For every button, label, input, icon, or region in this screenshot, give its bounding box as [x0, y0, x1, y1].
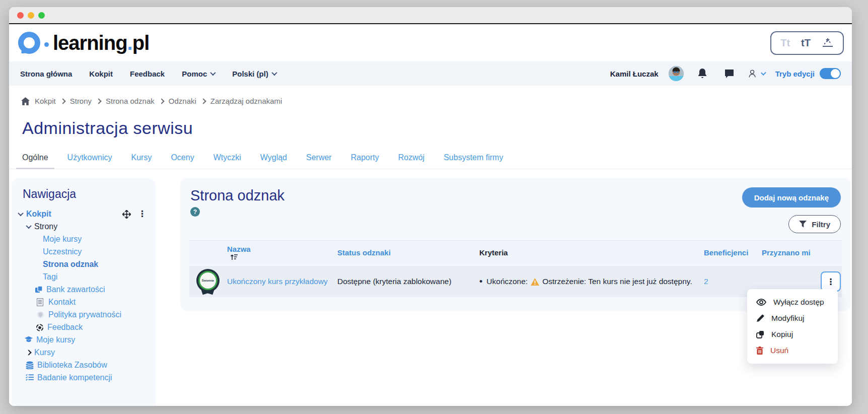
add-badge-button[interactable]: Dodaj nową odznakę [742, 187, 841, 208]
nav-language-dropdown[interactable]: Polski (pl) [232, 70, 276, 78]
maximize-window-button[interactable] [38, 12, 45, 19]
navigation-block: Nawigacja Kokpit ⋮ Strony Moje k [12, 178, 156, 406]
menu-item-copy[interactable]: Kopiuj [747, 326, 838, 342]
copy-icon [756, 330, 764, 338]
breadcrumb: Kokpit Strony Strona odznak Odznaki Zarz… [21, 97, 852, 105]
row-actions-kebab-button[interactable]: ⋮ [821, 271, 841, 292]
avatar[interactable] [669, 66, 684, 81]
admin-tabbar: Ogólne Użytkownicy Kursy Oceny Wtyczki W… [9, 153, 852, 169]
sidebar-item-strony[interactable]: Strony [34, 222, 57, 231]
nav-help-dropdown[interactable]: Pomoc [182, 70, 215, 78]
warning-icon [531, 278, 539, 286]
badge-name-link[interactable]: Ukończony kurs przykładowy [227, 277, 337, 286]
graduation-cap-icon [25, 336, 33, 344]
contrast-icon[interactable] [822, 37, 834, 48]
document-icon [37, 298, 45, 306]
edit-mode-toggle[interactable] [820, 68, 841, 79]
logo-dot-icon [44, 42, 49, 47]
menu-item-disable-access[interactable]: Wyłącz dostęp [747, 294, 838, 310]
menu-item-delete[interactable]: Usuń [747, 342, 838, 359]
menu-item-edit[interactable]: Modyfikuj [747, 310, 838, 326]
checklist-icon [26, 374, 34, 382]
sort-asc-icon[interactable] [230, 253, 238, 260]
sidebar-item-badanie-kompetencji[interactable]: Badanie kompetencji [37, 373, 112, 382]
column-header-nazwa[interactable]: Nazwa [227, 245, 251, 253]
sidebar-item-strona-odznak[interactable]: Strona odznak [43, 260, 98, 269]
logo-e-icon [18, 32, 40, 54]
trash-icon [756, 347, 763, 355]
column-header-kryteria: Kryteria [479, 248, 704, 257]
home-icon [21, 97, 30, 105]
tab-raporty[interactable]: Raporty [351, 153, 379, 169]
messages-chat-icon[interactable] [721, 66, 738, 81]
tab-kursy[interactable]: Kursy [131, 153, 152, 169]
tab-rozwoj[interactable]: Rozwój [398, 153, 424, 169]
block-actions-kebab-icon[interactable]: ⋮ [138, 211, 147, 218]
filters-button[interactable]: Filtry [788, 215, 841, 233]
sidebar-item-moje-kursy-root[interactable]: Moje kursy [36, 335, 75, 344]
table-header-row: Nazwa Status odznaki Kryteria Beneficjen… [189, 240, 842, 264]
page-title: Administracja serwisu [22, 118, 852, 138]
content-bank-icon [35, 286, 43, 294]
sidebar-item-kokpit[interactable]: Kokpit [26, 210, 51, 219]
close-window-button[interactable] [17, 12, 24, 19]
table-row: Świetnie Ukończony kurs przykładowy Dost… [189, 266, 842, 297]
sidebar-item-bank-zawartosci[interactable]: Bank zawartości [46, 285, 105, 294]
breadcrumb-strona-odznak[interactable]: Strona odznak [106, 97, 155, 105]
row-actions-menu: Wyłącz dostęp Modyfikuj Kopiuj Usuń [747, 289, 838, 364]
recipients-count[interactable]: 2 [704, 277, 762, 286]
tab-wyglad[interactable]: Wygląd [260, 153, 287, 169]
help-icon[interactable]: ? [190, 207, 200, 217]
move-block-icon[interactable] [122, 210, 131, 219]
feedback-360-icon [36, 323, 44, 331]
window-titlebar [9, 7, 852, 23]
nav-feedback[interactable]: Feedback [130, 70, 165, 78]
sidebar-item-kursy[interactable]: Kursy [34, 348, 55, 357]
tab-oceny[interactable]: Oceny [171, 153, 194, 169]
column-header-status[interactable]: Status odznaki [337, 248, 479, 257]
user-name[interactable]: Kamil Łuczak [610, 70, 659, 78]
chevron-right-icon [96, 98, 101, 104]
content-area: Nawigacja Kokpit ⋮ Strony Moje k [9, 169, 852, 406]
pencil-icon [756, 314, 764, 322]
collapse-toggle-icon[interactable] [18, 211, 23, 216]
sidebar-item-tagi[interactable]: Tagi [43, 272, 57, 282]
expand-toggle-icon[interactable] [26, 350, 31, 355]
breadcrumb-odznaki[interactable]: Odznaki [169, 97, 196, 105]
font-increase-icon[interactable]: tT [801, 37, 811, 49]
collapse-toggle-icon[interactable] [26, 223, 31, 229]
notifications-bell-icon[interactable] [694, 66, 711, 81]
badges-table: Nazwa Status odznaki Kryteria Beneficjen… [189, 240, 842, 297]
sidebar-item-kontakt[interactable]: Kontakt [48, 298, 76, 307]
panel-title: Strona odznak [190, 187, 284, 204]
navigation-title: Nawigacja [23, 187, 149, 201]
sidebar-item-biblioteka-zasobow[interactable]: Biblioteka Zasobów [37, 361, 107, 370]
tab-subsystem-firmy[interactable]: Subsystem firmy [444, 153, 503, 169]
sidebar-item-feedback[interactable]: Feedback [47, 323, 83, 332]
column-header-przyznano-mi[interactable]: Przyznano mi [762, 248, 818, 257]
breadcrumb-current: Zarządzaj odznakami [210, 97, 282, 105]
primary-navbar: Strona główna Kokpit Feedback Pomoc Pols… [9, 61, 852, 86]
sidebar-item-moje-kursy[interactable]: Moje kursy [43, 235, 82, 244]
font-decrease-icon[interactable]: Tt [780, 37, 790, 49]
tab-ogolne[interactable]: Ogólne [22, 153, 48, 169]
privacy-policy-icon [37, 311, 45, 319]
minimize-window-button[interactable] [28, 12, 34, 19]
breadcrumb-kokpit[interactable]: Kokpit [35, 97, 56, 105]
sidebar-item-polityka-prywatnosci[interactable]: Polityka prywatności [48, 310, 121, 319]
user-menu-icon[interactable] [748, 66, 765, 81]
accessibility-toolbar: Tt tT [770, 31, 844, 55]
edit-mode-label: Tryb edycji [775, 70, 815, 78]
nav-home[interactable]: Strona główna [20, 70, 72, 78]
browser-window: learning.pl Tt tT Strona główna Kokpit F… [9, 7, 852, 406]
tab-serwer[interactable]: Serwer [306, 153, 332, 169]
chevron-down-icon [761, 70, 766, 75]
tab-uzytkownicy[interactable]: Użytkownicy [67, 153, 112, 169]
site-logo[interactable]: learning.pl [18, 32, 149, 54]
column-header-beneficjenci[interactable]: Beneficjenci [704, 248, 762, 257]
breadcrumb-strony[interactable]: Strony [70, 97, 92, 105]
tab-wtyczki[interactable]: Wtyczki [213, 153, 241, 169]
bullet: • [479, 279, 482, 284]
sidebar-item-uczestnicy[interactable]: Uczestnicy [43, 247, 82, 256]
nav-dashboard[interactable]: Kokpit [89, 70, 113, 78]
